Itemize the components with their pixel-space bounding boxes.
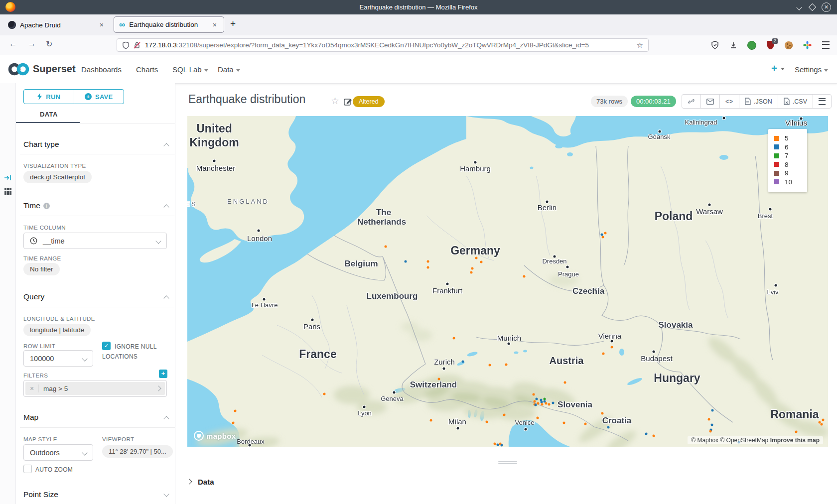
tab-apache-druid[interactable]: Apache Druid × <box>4 14 110 35</box>
earthquake-point[interactable] <box>548 403 551 406</box>
deckgl-map[interactable]: UnitedKingdomManchesterENGLANDESLondonTh… <box>187 116 828 447</box>
cookie-extension-icon[interactable] <box>784 41 793 50</box>
earthquake-point[interactable] <box>462 361 464 363</box>
altered-badge[interactable]: Altered <box>353 96 385 107</box>
earthquake-point[interactable] <box>430 419 432 422</box>
save-button[interactable]: + SAVE <box>74 90 124 104</box>
earthquake-point[interactable] <box>563 422 565 424</box>
improve-map-link[interactable]: Improve this map <box>770 437 820 444</box>
legend-item[interactable]: 8 <box>774 160 807 169</box>
chart-title[interactable]: Earthquake distribution <box>188 93 305 106</box>
legend-item[interactable]: 5 <box>774 134 807 143</box>
add-new-button[interactable]: + <box>771 62 785 74</box>
new-tab-button[interactable]: + <box>230 18 236 29</box>
earthquake-point[interactable] <box>602 236 604 239</box>
data-panel-toggle[interactable]: Data <box>187 474 828 489</box>
legend-item[interactable]: 6 <box>774 143 807 152</box>
earthquake-point[interactable] <box>427 266 429 269</box>
viewport-value[interactable]: 11° 28' 29.70" | 50... <box>102 445 173 458</box>
earthquake-point[interactable] <box>552 402 555 404</box>
earthquake-point[interactable] <box>537 417 539 419</box>
earthquake-point[interactable] <box>232 422 235 424</box>
section-chart-type[interactable]: Chart type <box>23 140 59 149</box>
earthquake-point[interactable] <box>501 444 503 447</box>
earthquake-point[interactable] <box>405 260 407 263</box>
earthquake-point[interactable] <box>822 419 825 421</box>
earthquake-point[interactable] <box>584 423 587 425</box>
section-time[interactable]: Timei <box>23 201 50 210</box>
chart-menu-button[interactable] <box>813 95 831 108</box>
share-link-button[interactable] <box>682 95 700 108</box>
insecure-lock-icon[interactable] <box>134 41 140 49</box>
bookmark-star-icon[interactable]: ☆ <box>637 41 643 50</box>
earthquake-point[interactable] <box>709 430 712 433</box>
window-close-button[interactable]: ✕ <box>822 0 831 14</box>
earthquake-point[interactable] <box>601 412 604 415</box>
legend-item[interactable]: 9 <box>774 169 807 178</box>
earthquake-point[interactable] <box>453 337 455 340</box>
earthquake-point[interactable] <box>821 423 823 426</box>
favorite-star-icon[interactable]: ☆ <box>331 95 339 107</box>
earthquake-point[interactable] <box>607 426 610 429</box>
expand-panel-icon[interactable] <box>4 174 12 182</box>
earthquake-point[interactable] <box>711 409 714 412</box>
earthquake-point[interactable] <box>523 275 526 278</box>
earthquake-point[interactable] <box>564 381 566 384</box>
nav-data[interactable]: Data <box>218 65 240 74</box>
legend-item[interactable]: 7 <box>774 151 807 160</box>
embed-code-button[interactable]: <> <box>719 95 739 108</box>
nav-settings[interactable]: Settings <box>795 65 828 74</box>
earthquake-point[interactable] <box>645 433 648 435</box>
back-button[interactable]: ← <box>9 39 17 48</box>
panel-resize-grip[interactable] <box>498 461 517 465</box>
section-point-size[interactable]: Point Size <box>23 490 58 499</box>
superset-brand[interactable]: Superset <box>33 63 76 75</box>
ublock-shield-icon[interactable]: 2 <box>766 41 775 50</box>
filter-chip[interactable]: × mag > 5 <box>25 382 165 395</box>
forward-button[interactable]: → <box>28 39 36 48</box>
earthquake-point[interactable] <box>534 400 536 403</box>
legend-item[interactable]: 10 <box>774 178 807 187</box>
earthquake-point[interactable] <box>602 353 605 355</box>
time-range-value[interactable]: No filter <box>23 263 60 275</box>
earthquake-point[interactable] <box>604 232 607 235</box>
email-button[interactable] <box>700 95 719 108</box>
earthquake-point[interactable] <box>489 364 491 367</box>
earthquake-point[interactable] <box>486 421 488 423</box>
url-bar[interactable]: 172.18.0.3:32108/superset/explore/?form_… <box>117 38 649 52</box>
earthquake-point[interactable] <box>708 418 710 421</box>
tab-data[interactable]: DATA <box>40 111 58 118</box>
map-attribution[interactable]: © Mapbox © OpenStreetMap Improve this ma… <box>688 436 823 444</box>
viz-type-value[interactable]: deck.gl Scatterplot <box>23 171 92 183</box>
nav-sql-lab[interactable]: SQL Lab <box>172 65 208 74</box>
earthquake-point[interactable] <box>494 443 496 445</box>
pinwheel-extension-icon[interactable] <box>803 41 812 50</box>
chevron-right-icon[interactable] <box>155 385 161 391</box>
earthquake-point[interactable] <box>711 424 713 426</box>
earthquake-point[interactable] <box>438 378 440 380</box>
window-maximize-button[interactable] <box>810 0 815 14</box>
earthquake-point[interactable] <box>385 246 387 248</box>
nav-dashboards[interactable]: Dashboards <box>81 65 122 74</box>
tab-close-icon[interactable]: × <box>211 21 219 29</box>
run-button[interactable]: RUN <box>24 90 74 104</box>
add-filter-button[interactable]: + <box>159 370 167 378</box>
reload-button[interactable]: ↻ <box>46 39 52 49</box>
edit-pencil-icon[interactable] <box>344 97 352 106</box>
earthquake-point[interactable] <box>475 257 478 259</box>
export-csv-button[interactable]: .CSV <box>778 95 813 108</box>
downloads-icon[interactable] <box>729 41 738 50</box>
window-minimize-button[interactable] <box>797 0 801 14</box>
earthquake-point[interactable] <box>427 260 429 263</box>
section-map[interactable]: Map <box>23 413 38 422</box>
browser-menu-icon[interactable] <box>821 41 830 50</box>
auto-zoom-checkbox[interactable] <box>23 465 32 473</box>
pocket-shield-icon[interactable] <box>710 41 719 50</box>
extension-green-icon[interactable] <box>747 41 756 50</box>
datasource-grid-icon[interactable] <box>4 188 12 196</box>
lonlat-value[interactable]: longitude | latitude <box>23 324 91 336</box>
earthquake-point[interactable] <box>611 346 613 349</box>
nav-charts[interactable]: Charts <box>136 65 158 74</box>
earthquake-point[interactable] <box>323 393 326 395</box>
earthquake-point[interactable] <box>819 421 821 424</box>
